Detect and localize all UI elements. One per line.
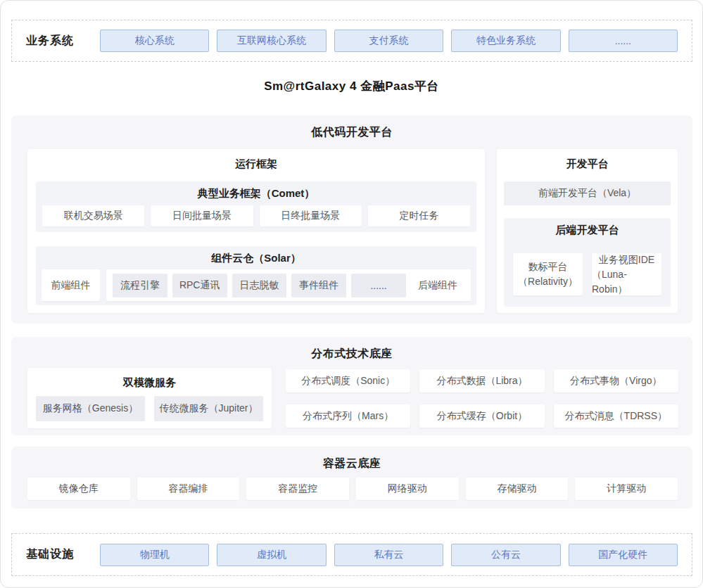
distributed-services-grid: 分布式调度（Sonic） 分布式数据（Libra） 分布式事物（Virgo） 分… bbox=[286, 369, 678, 428]
business-systems-label: 业务系统 bbox=[26, 34, 92, 49]
distributed-scheduling-sonic: 分布式调度（Sonic） bbox=[286, 369, 410, 392]
infra-physical-machine: 物理机 bbox=[100, 544, 209, 566]
infrastructure-label: 基础设施 bbox=[26, 547, 92, 562]
traditional-microservice-jupiter: 传统微服务（Jupiter） bbox=[154, 396, 263, 421]
container-orchestration: 容器编排 bbox=[137, 478, 240, 500]
compute-driver: 计算驱动 bbox=[575, 478, 678, 500]
backend-dev-platform-panel: 后端开发平台 数标平台 （Relativity） 业务视图IDE （Luna-R… bbox=[504, 218, 671, 307]
dual-mode-items-row: 服务网格（Genesis） 传统微服务（Jupiter） bbox=[36, 396, 263, 421]
comet-framework-title: 典型业务框架（Comet） bbox=[36, 187, 476, 200]
distributed-sequence-mars: 分布式序列（Mars） bbox=[286, 404, 410, 428]
distributed-data-libra: 分布式数据（Libra） bbox=[419, 369, 544, 392]
business-system-core: 核心系统 bbox=[100, 30, 209, 52]
business-systems-row: 业务系统 核心系统 互联网核心系统 支付系统 特色业务系统 ...... bbox=[11, 20, 692, 62]
dev-platform-title: 开发平台 bbox=[497, 158, 678, 171]
network-driver: 网络驱动 bbox=[356, 478, 459, 500]
image-registry: 镜像仓库 bbox=[27, 478, 130, 500]
business-system-internet-core: 互联网核心系统 bbox=[217, 30, 326, 52]
container-cloud-items-row: 镜像仓库 容器编排 容器监控 网络驱动 存储驱动 计算驱动 bbox=[27, 478, 678, 500]
service-mesh-genesis: 服务网格（Genesis） bbox=[36, 396, 145, 421]
frontend-dev-platform-vela: 前端开发平台（Vela） bbox=[504, 181, 671, 205]
solar-chip-more: ...... bbox=[351, 274, 406, 298]
low-code-platform-section: 低代码开发平台 运行框架 典型业务框架（Comet） 联机交易场景 日间批量场景… bbox=[11, 115, 692, 324]
distributed-transaction-virgo: 分布式事物（Virgo） bbox=[554, 369, 678, 392]
distributed-base-title: 分布式技术底座 bbox=[11, 347, 692, 362]
container-cloud-section: 容器云底座 镜像仓库 容器编排 容器监控 网络驱动 存储驱动 计算驱动 bbox=[11, 447, 692, 509]
infrastructure-row: 基础设施 物理机 虚拟机 私有云 公有云 国产化硬件 bbox=[11, 533, 692, 576]
infra-virtual-machine: 虚拟机 bbox=[217, 544, 326, 566]
comet-item-eod-batch: 日终批量场景 bbox=[260, 205, 362, 226]
low-code-platform-title: 低代码开发平台 bbox=[11, 125, 692, 140]
comet-framework-panel: 典型业务框架（Comet） 联机交易场景 日间批量场景 日终批量场景 定时任务 bbox=[36, 181, 476, 232]
comet-items-row: 联机交易场景 日间批量场景 日终批量场景 定时任务 bbox=[42, 205, 470, 226]
backend-item-relativity: 数标平台 （Relativity） bbox=[513, 253, 583, 295]
solar-items-row: 前端组件 流程引擎 RPC通讯 日志脱敏 事件组件 ...... 后端组件 bbox=[42, 269, 471, 301]
luna-robin-code: （Luna-Robin） bbox=[592, 267, 661, 297]
solar-chip-log-masking: 日志脱敏 bbox=[232, 274, 287, 298]
business-system-payment: 支付系统 bbox=[334, 30, 443, 52]
container-monitoring: 容器监控 bbox=[246, 478, 349, 500]
architecture-diagram: 业务系统 核心系统 互联网核心系统 支付系统 特色业务系统 ...... Sm@… bbox=[0, 0, 703, 588]
solar-frontend-component: 前端组件 bbox=[42, 269, 100, 301]
storage-driver: 存储驱动 bbox=[466, 478, 569, 500]
solar-component-title: 组件云仓（Solar） bbox=[36, 252, 476, 265]
solar-backend-component: 后端组件 bbox=[411, 279, 464, 292]
solar-chip-process-engine: 流程引擎 bbox=[113, 274, 167, 298]
relativity-code: （Relativity） bbox=[518, 274, 578, 289]
dual-mode-microservice-panel: 双模微服务 服务网格（Genesis） 传统微服务（Jupiter） bbox=[27, 368, 272, 428]
runtime-framework-title: 运行框架 bbox=[27, 158, 485, 171]
container-cloud-title: 容器云底座 bbox=[11, 456, 692, 471]
dev-platform-panel: 开发平台 前端开发平台（Vela） 后端开发平台 数标平台 （Relativit… bbox=[497, 149, 678, 313]
infra-domestic-hardware: 国产化硬件 bbox=[569, 544, 678, 566]
backend-dev-platform-title: 后端开发平台 bbox=[504, 224, 671, 237]
solar-chips-panel: 流程引擎 RPC通讯 日志脱敏 事件组件 ...... 后端组件 bbox=[106, 269, 471, 301]
infra-public-cloud: 公有云 bbox=[451, 544, 560, 566]
distributed-message-tdrss: 分布式消息（TDRSS） bbox=[554, 404, 678, 428]
distributed-base-section: 分布式技术底座 双模微服务 服务网格（Genesis） 传统微服务（Jupite… bbox=[11, 337, 692, 435]
solar-component-panel: 组件云仓（Solar） 前端组件 流程引擎 RPC通讯 日志脱敏 事件组件 ..… bbox=[36, 246, 476, 305]
business-system-more: ...... bbox=[569, 30, 678, 52]
solar-chip-event: 事件组件 bbox=[291, 274, 346, 298]
distributed-cache-orbit: 分布式缓存（Orbit） bbox=[419, 404, 544, 428]
comet-item-online-trade: 联机交易场景 bbox=[42, 205, 144, 226]
dual-mode-microservice-title: 双模微服务 bbox=[27, 376, 272, 390]
business-system-special: 特色业务系统 bbox=[451, 30, 560, 52]
comet-item-scheduled-task: 定时任务 bbox=[368, 205, 470, 226]
comet-item-intraday-batch: 日间批量场景 bbox=[151, 205, 253, 226]
backend-dev-items-row: 数标平台 （Relativity） 业务视图IDE （Luna-Robin） bbox=[513, 253, 661, 295]
solar-chip-rpc: RPC通讯 bbox=[172, 274, 227, 298]
infra-private-cloud: 私有云 bbox=[334, 544, 443, 566]
runtime-framework-panel: 运行框架 典型业务框架（Comet） 联机交易场景 日间批量场景 日终批量场景 … bbox=[27, 149, 485, 313]
backend-item-luna-robin: 业务视图IDE （Luna-Robin） bbox=[592, 253, 661, 295]
page-title: Sm@rtGalaxy 4 金融Paas平台 bbox=[1, 78, 702, 94]
luna-robin-name: 业务视图IDE bbox=[599, 253, 654, 267]
relativity-name: 数标平台 bbox=[528, 260, 568, 274]
